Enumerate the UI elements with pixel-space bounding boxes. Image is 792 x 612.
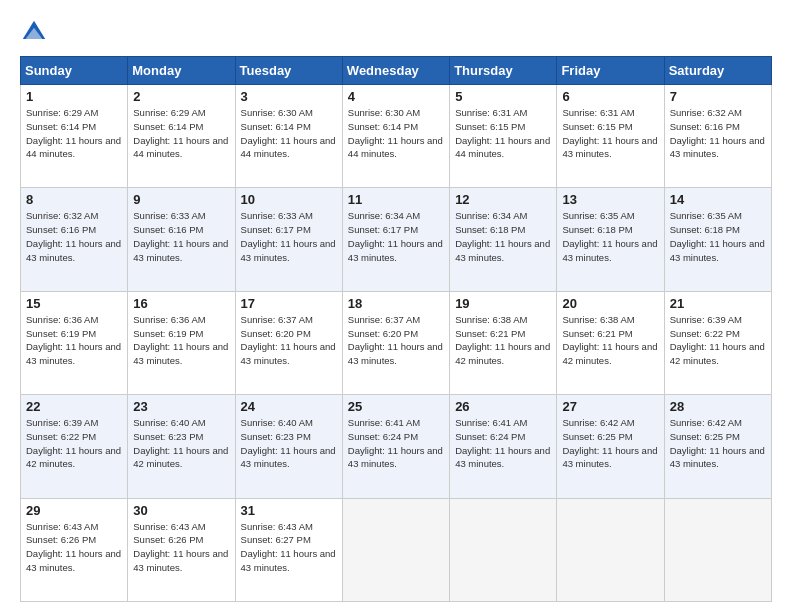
day-info: Sunrise: 6:42 AMSunset: 6:25 PMDaylight:… xyxy=(562,416,658,471)
calendar-week-row: 15Sunrise: 6:36 AMSunset: 6:19 PMDayligh… xyxy=(21,291,772,394)
calendar-day-cell: 4Sunrise: 6:30 AMSunset: 6:14 PMDaylight… xyxy=(342,85,449,188)
day-info: Sunrise: 6:41 AMSunset: 6:24 PMDaylight:… xyxy=(455,416,551,471)
day-info: Sunrise: 6:37 AMSunset: 6:20 PMDaylight:… xyxy=(348,313,444,368)
calendar-day-cell: 31Sunrise: 6:43 AMSunset: 6:27 PMDayligh… xyxy=(235,498,342,601)
day-info: Sunrise: 6:43 AMSunset: 6:26 PMDaylight:… xyxy=(26,520,122,575)
calendar-day-cell: 12Sunrise: 6:34 AMSunset: 6:18 PMDayligh… xyxy=(450,188,557,291)
calendar-day-cell: 29Sunrise: 6:43 AMSunset: 6:26 PMDayligh… xyxy=(21,498,128,601)
day-number: 6 xyxy=(562,89,658,104)
calendar-day-cell xyxy=(450,498,557,601)
day-number: 28 xyxy=(670,399,766,414)
day-info: Sunrise: 6:36 AMSunset: 6:19 PMDaylight:… xyxy=(26,313,122,368)
header xyxy=(20,18,772,46)
weekday-header: Monday xyxy=(128,57,235,85)
calendar-day-cell: 25Sunrise: 6:41 AMSunset: 6:24 PMDayligh… xyxy=(342,395,449,498)
calendar-day-cell: 23Sunrise: 6:40 AMSunset: 6:23 PMDayligh… xyxy=(128,395,235,498)
calendar-day-cell: 17Sunrise: 6:37 AMSunset: 6:20 PMDayligh… xyxy=(235,291,342,394)
day-number: 7 xyxy=(670,89,766,104)
day-info: Sunrise: 6:40 AMSunset: 6:23 PMDaylight:… xyxy=(133,416,229,471)
day-number: 19 xyxy=(455,296,551,311)
day-number: 9 xyxy=(133,192,229,207)
day-info: Sunrise: 6:29 AMSunset: 6:14 PMDaylight:… xyxy=(26,106,122,161)
day-info: Sunrise: 6:31 AMSunset: 6:15 PMDaylight:… xyxy=(562,106,658,161)
day-number: 26 xyxy=(455,399,551,414)
calendar-day-cell: 28Sunrise: 6:42 AMSunset: 6:25 PMDayligh… xyxy=(664,395,771,498)
day-info: Sunrise: 6:37 AMSunset: 6:20 PMDaylight:… xyxy=(241,313,337,368)
day-info: Sunrise: 6:33 AMSunset: 6:16 PMDaylight:… xyxy=(133,209,229,264)
calendar-day-cell: 30Sunrise: 6:43 AMSunset: 6:26 PMDayligh… xyxy=(128,498,235,601)
day-number: 23 xyxy=(133,399,229,414)
calendar-week-row: 1Sunrise: 6:29 AMSunset: 6:14 PMDaylight… xyxy=(21,85,772,188)
day-info: Sunrise: 6:38 AMSunset: 6:21 PMDaylight:… xyxy=(455,313,551,368)
day-number: 31 xyxy=(241,503,337,518)
calendar-week-row: 22Sunrise: 6:39 AMSunset: 6:22 PMDayligh… xyxy=(21,395,772,498)
day-number: 24 xyxy=(241,399,337,414)
day-number: 20 xyxy=(562,296,658,311)
weekday-header: Thursday xyxy=(450,57,557,85)
calendar-day-cell: 1Sunrise: 6:29 AMSunset: 6:14 PMDaylight… xyxy=(21,85,128,188)
day-number: 15 xyxy=(26,296,122,311)
weekday-header: Saturday xyxy=(664,57,771,85)
calendar-day-cell: 20Sunrise: 6:38 AMSunset: 6:21 PMDayligh… xyxy=(557,291,664,394)
calendar-week-row: 29Sunrise: 6:43 AMSunset: 6:26 PMDayligh… xyxy=(21,498,772,601)
day-info: Sunrise: 6:39 AMSunset: 6:22 PMDaylight:… xyxy=(26,416,122,471)
day-number: 25 xyxy=(348,399,444,414)
day-number: 14 xyxy=(670,192,766,207)
day-number: 4 xyxy=(348,89,444,104)
day-info: Sunrise: 6:43 AMSunset: 6:27 PMDaylight:… xyxy=(241,520,337,575)
calendar-day-cell: 14Sunrise: 6:35 AMSunset: 6:18 PMDayligh… xyxy=(664,188,771,291)
day-info: Sunrise: 6:35 AMSunset: 6:18 PMDaylight:… xyxy=(562,209,658,264)
day-info: Sunrise: 6:39 AMSunset: 6:22 PMDaylight:… xyxy=(670,313,766,368)
day-number: 16 xyxy=(133,296,229,311)
day-info: Sunrise: 6:32 AMSunset: 6:16 PMDaylight:… xyxy=(670,106,766,161)
day-info: Sunrise: 6:30 AMSunset: 6:14 PMDaylight:… xyxy=(348,106,444,161)
day-number: 10 xyxy=(241,192,337,207)
calendar-day-cell xyxy=(342,498,449,601)
day-info: Sunrise: 6:38 AMSunset: 6:21 PMDaylight:… xyxy=(562,313,658,368)
calendar-table: SundayMondayTuesdayWednesdayThursdayFrid… xyxy=(20,56,772,602)
day-info: Sunrise: 6:34 AMSunset: 6:18 PMDaylight:… xyxy=(455,209,551,264)
calendar-day-cell: 18Sunrise: 6:37 AMSunset: 6:20 PMDayligh… xyxy=(342,291,449,394)
weekday-header: Friday xyxy=(557,57,664,85)
day-info: Sunrise: 6:32 AMSunset: 6:16 PMDaylight:… xyxy=(26,209,122,264)
day-info: Sunrise: 6:31 AMSunset: 6:15 PMDaylight:… xyxy=(455,106,551,161)
day-number: 8 xyxy=(26,192,122,207)
day-info: Sunrise: 6:41 AMSunset: 6:24 PMDaylight:… xyxy=(348,416,444,471)
calendar-day-cell: 9Sunrise: 6:33 AMSunset: 6:16 PMDaylight… xyxy=(128,188,235,291)
day-info: Sunrise: 6:42 AMSunset: 6:25 PMDaylight:… xyxy=(670,416,766,471)
day-info: Sunrise: 6:30 AMSunset: 6:14 PMDaylight:… xyxy=(241,106,337,161)
logo xyxy=(20,18,52,46)
calendar-day-cell: 7Sunrise: 6:32 AMSunset: 6:16 PMDaylight… xyxy=(664,85,771,188)
day-number: 11 xyxy=(348,192,444,207)
calendar-day-cell xyxy=(557,498,664,601)
calendar-day-cell: 27Sunrise: 6:42 AMSunset: 6:25 PMDayligh… xyxy=(557,395,664,498)
day-number: 2 xyxy=(133,89,229,104)
calendar-day-cell: 3Sunrise: 6:30 AMSunset: 6:14 PMDaylight… xyxy=(235,85,342,188)
day-number: 22 xyxy=(26,399,122,414)
day-number: 27 xyxy=(562,399,658,414)
day-number: 17 xyxy=(241,296,337,311)
calendar-day-cell: 10Sunrise: 6:33 AMSunset: 6:17 PMDayligh… xyxy=(235,188,342,291)
day-number: 18 xyxy=(348,296,444,311)
day-number: 3 xyxy=(241,89,337,104)
calendar-day-cell: 13Sunrise: 6:35 AMSunset: 6:18 PMDayligh… xyxy=(557,188,664,291)
day-number: 30 xyxy=(133,503,229,518)
day-info: Sunrise: 6:36 AMSunset: 6:19 PMDaylight:… xyxy=(133,313,229,368)
day-number: 12 xyxy=(455,192,551,207)
day-info: Sunrise: 6:29 AMSunset: 6:14 PMDaylight:… xyxy=(133,106,229,161)
logo-icon xyxy=(20,18,48,46)
weekday-header: Sunday xyxy=(21,57,128,85)
weekday-header: Wednesday xyxy=(342,57,449,85)
weekday-header: Tuesday xyxy=(235,57,342,85)
calendar-day-cell: 22Sunrise: 6:39 AMSunset: 6:22 PMDayligh… xyxy=(21,395,128,498)
day-info: Sunrise: 6:34 AMSunset: 6:17 PMDaylight:… xyxy=(348,209,444,264)
day-info: Sunrise: 6:43 AMSunset: 6:26 PMDaylight:… xyxy=(133,520,229,575)
calendar-day-cell: 26Sunrise: 6:41 AMSunset: 6:24 PMDayligh… xyxy=(450,395,557,498)
calendar-day-cell: 21Sunrise: 6:39 AMSunset: 6:22 PMDayligh… xyxy=(664,291,771,394)
calendar-day-cell: 6Sunrise: 6:31 AMSunset: 6:15 PMDaylight… xyxy=(557,85,664,188)
day-info: Sunrise: 6:33 AMSunset: 6:17 PMDaylight:… xyxy=(241,209,337,264)
page: SundayMondayTuesdayWednesdayThursdayFrid… xyxy=(0,0,792,612)
calendar-day-cell: 8Sunrise: 6:32 AMSunset: 6:16 PMDaylight… xyxy=(21,188,128,291)
calendar-day-cell: 11Sunrise: 6:34 AMSunset: 6:17 PMDayligh… xyxy=(342,188,449,291)
day-number: 29 xyxy=(26,503,122,518)
